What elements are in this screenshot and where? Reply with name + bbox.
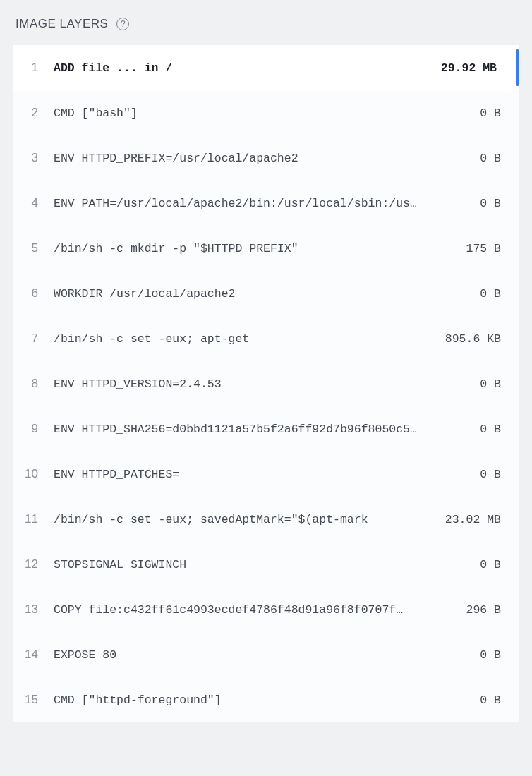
layer-index: 12 xyxy=(13,557,54,571)
layer-index: 1 xyxy=(13,61,54,75)
layer-index: 10 xyxy=(13,467,54,481)
layer-size: 0 B xyxy=(480,648,507,662)
layer-command: ENV HTTPD_PATCHES= xyxy=(54,468,480,481)
layer-command: WORKDIR /usr/local/apache2 xyxy=(54,287,480,301)
layer-row[interactable]: 14EXPOSE 800 B xyxy=(13,632,519,677)
layer-row[interactable]: 9ENV HTTPD_SHA256=d0bbd1121a57b5f2a6ff92… xyxy=(13,406,519,451)
layer-size: 0 B xyxy=(480,152,507,165)
layer-size: 175 B xyxy=(466,242,507,255)
layer-row[interactable]: 4ENV PATH=/usr/local/apache2/bin:/usr/lo… xyxy=(13,181,519,226)
layer-command: ENV PATH=/usr/local/apache2/bin:/usr/loc… xyxy=(54,197,480,210)
layer-command: /bin/sh -c set -eux; apt-get xyxy=(54,332,445,346)
layer-command: COPY file:c432ff61c4993ecdef4786f48d91a9… xyxy=(54,603,466,617)
layer-row[interactable]: 6WORKDIR /usr/local/apache20 B xyxy=(13,271,519,316)
layer-index: 8 xyxy=(13,377,54,391)
layer-size: 0 B xyxy=(480,558,507,571)
layer-row[interactable]: 15CMD ["httpd-foreground"]0 B xyxy=(13,677,519,722)
layer-command: /bin/sh -c set -eux; savedAptMark="$(apt… xyxy=(54,513,445,526)
layer-row[interactable]: 5/bin/sh -c mkdir -p "$HTTPD_PREFIX"175 … xyxy=(13,226,519,271)
layer-size: 0 B xyxy=(480,197,507,210)
layer-index: 13 xyxy=(13,602,54,617)
layer-size: 23.02 MB xyxy=(445,513,507,526)
layer-command: ENV HTTPD_PREFIX=/usr/local/apache2 xyxy=(54,152,480,165)
layer-index: 2 xyxy=(13,106,54,120)
layer-command: CMD ["httpd-foreground"] xyxy=(54,693,480,707)
layer-index: 11 xyxy=(13,512,54,526)
layer-index: 7 xyxy=(13,332,54,346)
layer-size: 0 B xyxy=(480,693,507,707)
layer-index: 5 xyxy=(13,241,54,255)
layer-row[interactable]: 1ADD file ... in /29.92 MB xyxy=(13,45,519,90)
layer-size: 0 B xyxy=(480,468,507,481)
layer-row[interactable]: 3ENV HTTPD_PREFIX=/usr/local/apache20 B xyxy=(13,135,519,181)
layer-size: 895.6 KB xyxy=(445,332,507,346)
layer-row[interactable]: 13COPY file:c432ff61c4993ecdef4786f48d91… xyxy=(13,587,519,632)
help-icon[interactable]: ? xyxy=(116,18,129,30)
layer-size: 29.92 MB xyxy=(441,61,507,75)
layer-command: ENV HTTPD_VERSION=2.4.53 xyxy=(54,377,480,391)
layer-row[interactable]: 8ENV HTTPD_VERSION=2.4.530 B xyxy=(13,361,519,406)
layer-command: /bin/sh -c mkdir -p "$HTTPD_PREFIX" xyxy=(54,242,466,255)
layer-row[interactable]: 2CMD ["bash"]0 B xyxy=(13,90,519,135)
layer-row[interactable]: 11/bin/sh -c set -eux; savedAptMark="$(a… xyxy=(13,497,519,542)
layer-index: 14 xyxy=(13,648,54,662)
section-title: IMAGE LAYERS xyxy=(16,17,108,31)
section-header: IMAGE LAYERS ? xyxy=(13,17,519,31)
layer-size: 0 B xyxy=(480,107,507,120)
image-layers-section: IMAGE LAYERS ? 1ADD file ... in /29.92 M… xyxy=(0,0,532,739)
layer-command: STOPSIGNAL SIGWINCH xyxy=(54,558,480,571)
layer-index: 6 xyxy=(13,286,54,301)
layer-index: 9 xyxy=(13,422,54,436)
layer-row[interactable]: 7/bin/sh -c set -eux; apt-get895.6 KB xyxy=(13,316,519,361)
layers-list: 1ADD file ... in /29.92 MB2CMD ["bash"]0… xyxy=(13,45,519,722)
layer-size: 0 B xyxy=(480,423,507,436)
layer-command: CMD ["bash"] xyxy=(54,107,480,120)
layer-row[interactable]: 12STOPSIGNAL SIGWINCH0 B xyxy=(13,542,519,587)
layer-command: ADD file ... in / xyxy=(54,61,441,75)
layer-index: 3 xyxy=(13,151,54,165)
layer-command: ENV HTTPD_SHA256=d0bbd1121a57b5f2a6ff92d… xyxy=(54,423,480,436)
layer-index: 15 xyxy=(13,693,54,707)
layer-size: 296 B xyxy=(466,603,507,617)
layer-size: 0 B xyxy=(480,377,507,391)
layer-size: 0 B xyxy=(480,287,507,301)
layer-index: 4 xyxy=(13,196,54,210)
layer-command: EXPOSE 80 xyxy=(54,648,480,662)
layer-row[interactable]: 10ENV HTTPD_PATCHES=0 B xyxy=(13,451,519,497)
